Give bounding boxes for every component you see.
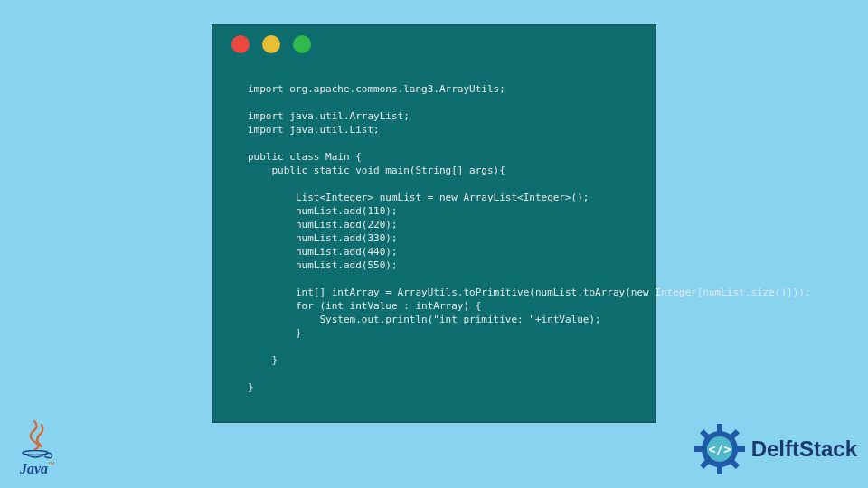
svg-rect-2 (717, 424, 722, 433)
green-dot (293, 35, 311, 53)
delftstack-text: DelftStack (751, 436, 857, 462)
yellow-dot (262, 35, 280, 53)
svg-rect-6 (717, 465, 722, 474)
code-block: import org.apache.commons.lang3.ArrayUti… (248, 82, 637, 394)
java-cup-icon (19, 450, 55, 459)
svg-text:</>: </> (708, 442, 731, 456)
java-steam-icon (24, 419, 51, 450)
java-logo: Java™ (13, 419, 61, 483)
java-label: Java (20, 461, 48, 476)
red-dot (231, 35, 250, 53)
java-text: Java™ (20, 461, 54, 477)
svg-rect-8 (694, 446, 703, 452)
gear-icon: </> (693, 423, 746, 475)
delftstack-logo: </> DelftStack (693, 423, 857, 475)
svg-rect-4 (736, 446, 745, 452)
traffic-lights (231, 35, 311, 53)
code-window: import org.apache.commons.lang3.ArrayUti… (212, 24, 656, 423)
java-tm: ™ (48, 461, 54, 468)
